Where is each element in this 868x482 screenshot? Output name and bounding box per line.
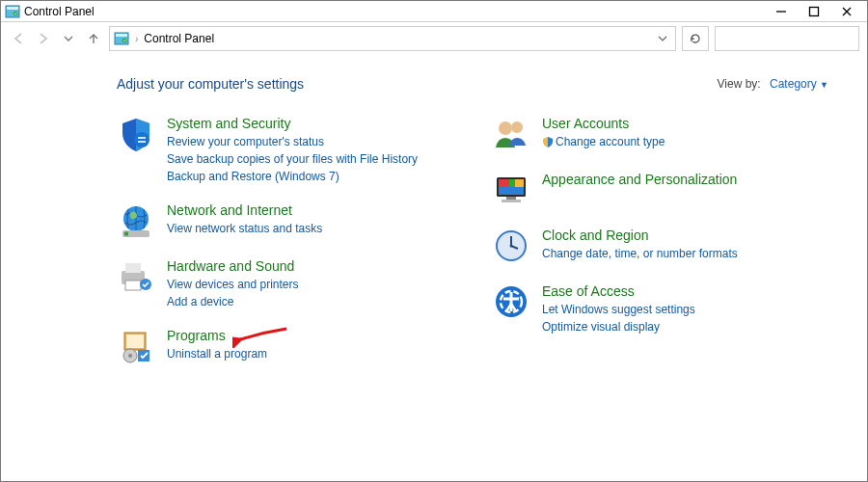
view-by-label: View by: (718, 77, 761, 91)
category-link[interactable]: Let Windows suggest settings (542, 302, 695, 317)
category-link[interactable]: Uninstall a program (167, 346, 267, 362)
view-by-control[interactable]: View by: Category ▼ (718, 77, 828, 91)
category-ease-of-access: Ease of Access Let Windows suggest setti… (492, 282, 828, 335)
up-button[interactable] (84, 29, 103, 48)
printer-icon (117, 257, 155, 296)
svg-point-23 (128, 354, 132, 358)
svg-rect-11 (138, 137, 146, 139)
svg-rect-29 (499, 179, 509, 187)
category-link[interactable]: Review your computer's status (167, 134, 418, 149)
clock-icon (492, 227, 530, 265)
navigation-bar: › Control Panel (1, 22, 867, 55)
control-panel-icon (114, 32, 129, 45)
category-network-and-internet: Network and Internet View network status… (117, 201, 453, 240)
svg-point-37 (510, 245, 513, 248)
svg-rect-33 (502, 200, 521, 202)
category-link[interactable]: View network status and tasks (167, 221, 322, 236)
search-input[interactable] (715, 26, 859, 51)
recent-locations-button[interactable] (59, 29, 78, 48)
categories-right-column: User Accounts Change account type (492, 115, 828, 365)
svg-point-26 (511, 121, 523, 133)
category-link[interactable]: Optimize visual display (542, 319, 695, 335)
monitor-icon (492, 171, 530, 209)
forward-button[interactable] (34, 29, 53, 48)
titlebar: Control Panel (1, 1, 867, 22)
category-link[interactable]: Save backup copies of your files with Fi… (167, 151, 418, 167)
svg-rect-30 (509, 179, 515, 187)
svg-rect-1 (7, 7, 18, 10)
globe-icon (117, 201, 155, 240)
close-button[interactable] (830, 2, 863, 21)
category-link[interactable]: View devices and printers (167, 277, 299, 292)
category-title[interactable]: Ease of Access (542, 282, 695, 300)
category-title[interactable]: Network and Internet (167, 201, 322, 219)
programs-icon (117, 327, 155, 365)
content-area: Adjust your computer's settings View by:… (1, 55, 867, 481)
category-link[interactable]: Change date, time, or number formats (542, 246, 738, 261)
svg-rect-8 (116, 34, 127, 37)
category-title[interactable]: Programs (167, 327, 267, 344)
breadcrumb-separator-icon: › (135, 34, 138, 44)
svg-rect-18 (125, 281, 141, 290)
category-link[interactable]: Change account type (542, 134, 665, 149)
address-bar[interactable]: › Control Panel (109, 26, 676, 51)
category-title[interactable]: Clock and Region (542, 227, 738, 244)
chevron-down-icon: ▼ (820, 80, 828, 90)
view-by-value[interactable]: Category (770, 77, 817, 91)
categories-left-column: System and Security Review your computer… (117, 115, 453, 365)
address-dropdown-icon[interactable] (658, 34, 671, 44)
minimize-button[interactable] (765, 2, 798, 21)
svg-rect-15 (124, 232, 128, 236)
category-hardware-and-sound: Hardware and Sound View devices and prin… (117, 257, 453, 309)
window: Control Panel (0, 0, 868, 482)
category-appearance-and-personalization: Appearance and Personalization (492, 171, 828, 209)
category-title[interactable]: User Accounts (542, 115, 665, 132)
category-title[interactable]: Appearance and Personalization (542, 171, 737, 188)
categories-grid: System and Security Review your computer… (117, 115, 828, 365)
category-title[interactable]: Hardware and Sound (167, 257, 299, 275)
page-heading: Adjust your computer's settings (117, 76, 304, 92)
category-link[interactable]: Backup and Restore (Windows 7) (167, 169, 418, 184)
user-accounts-icon (492, 115, 530, 153)
breadcrumb-root[interactable]: Control Panel (144, 32, 214, 45)
category-programs: Programs Uninstall a program (117, 327, 453, 365)
category-system-and-security: System and Security Review your computer… (117, 115, 453, 184)
back-button[interactable] (9, 29, 28, 48)
category-link[interactable]: Add a device (167, 294, 299, 309)
category-clock-and-region: Clock and Region Change date, time, or n… (492, 227, 828, 265)
svg-rect-21 (126, 335, 144, 348)
svg-rect-4 (810, 7, 819, 15)
svg-rect-12 (138, 141, 146, 143)
control-panel-title-icon (5, 5, 20, 18)
refresh-button[interactable] (682, 26, 709, 51)
maximize-button[interactable] (798, 2, 830, 21)
svg-point-25 (499, 121, 512, 135)
svg-rect-32 (506, 197, 516, 200)
svg-rect-31 (515, 179, 524, 187)
category-title[interactable]: System and Security (167, 115, 418, 132)
svg-rect-17 (125, 263, 141, 273)
content-header: Adjust your computer's settings View by:… (117, 76, 828, 92)
category-user-accounts: User Accounts Change account type (492, 115, 828, 153)
uac-shield-icon (542, 136, 554, 147)
shield-icon (117, 115, 155, 153)
window-title: Control Panel (24, 5, 95, 18)
svg-point-10 (134, 132, 149, 147)
ease-of-access-icon (492, 282, 530, 321)
